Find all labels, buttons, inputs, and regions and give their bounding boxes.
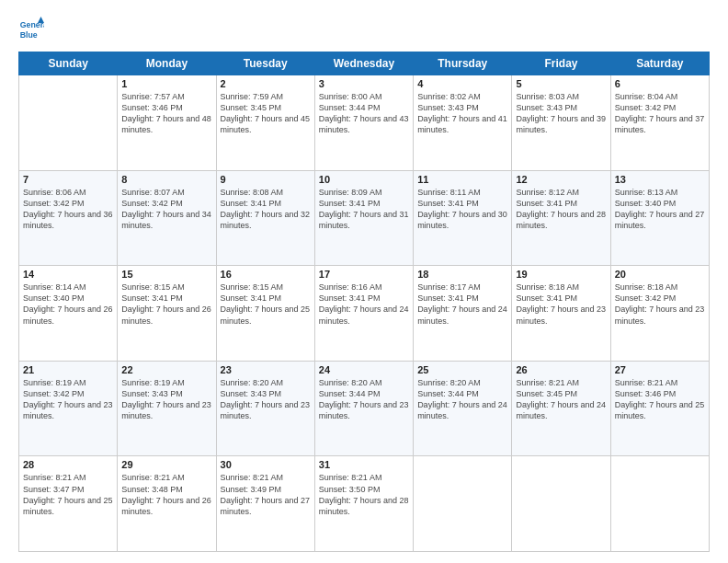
weekday-header: Sunday: [19, 52, 118, 75]
cell-info: Sunrise: 8:04 AMSunset: 3:42 PMDaylight:…: [615, 91, 705, 136]
day-number: 28: [23, 459, 113, 470]
cell-info: Sunrise: 8:21 AMSunset: 3:48 PMDaylight:…: [121, 472, 211, 517]
day-number: 2: [221, 78, 311, 89]
cell-info: Sunrise: 7:59 AMSunset: 3:45 PMDaylight:…: [221, 91, 311, 136]
cell-info: Sunrise: 8:20 AMSunset: 3:44 PMDaylight:…: [319, 377, 409, 422]
day-number: 16: [221, 269, 311, 280]
day-number: 12: [516, 174, 606, 185]
cell-info: Sunrise: 8:17 AMSunset: 3:41 PMDaylight:…: [417, 282, 507, 327]
calendar-cell: 7Sunrise: 8:06 AMSunset: 3:42 PMDaylight…: [19, 170, 118, 266]
svg-text:Blue: Blue: [20, 30, 38, 40]
day-number: 13: [615, 174, 705, 185]
cell-info: Sunrise: 8:19 AMSunset: 3:43 PMDaylight:…: [121, 377, 211, 422]
calendar-cell: 29Sunrise: 8:21 AMSunset: 3:48 PMDayligh…: [118, 456, 216, 552]
calendar-cell: [512, 456, 610, 552]
calendar-cell: 17Sunrise: 8:16 AMSunset: 3:41 PMDayligh…: [314, 266, 413, 362]
day-number: 15: [121, 269, 211, 280]
day-number: 3: [319, 78, 409, 89]
day-number: 7: [23, 174, 113, 185]
calendar-cell: 12Sunrise: 8:12 AMSunset: 3:41 PMDayligh…: [512, 170, 610, 266]
cell-info: Sunrise: 8:03 AMSunset: 3:43 PMDaylight:…: [516, 91, 606, 136]
calendar-cell: 26Sunrise: 8:21 AMSunset: 3:45 PMDayligh…: [512, 361, 610, 456]
cell-info: Sunrise: 8:21 AMSunset: 3:50 PMDaylight:…: [319, 472, 409, 517]
calendar-cell: 31Sunrise: 8:21 AMSunset: 3:50 PMDayligh…: [314, 456, 413, 552]
cell-info: Sunrise: 8:21 AMSunset: 3:47 PMDaylight:…: [23, 472, 113, 517]
cell-info: Sunrise: 8:07 AMSunset: 3:42 PMDaylight:…: [121, 187, 211, 232]
weekday-header: Thursday: [414, 52, 512, 75]
day-number: 21: [23, 364, 113, 375]
cell-info: Sunrise: 8:20 AMSunset: 3:44 PMDaylight:…: [417, 377, 507, 422]
day-number: 30: [221, 459, 311, 470]
cell-info: Sunrise: 8:19 AMSunset: 3:42 PMDaylight:…: [23, 377, 113, 422]
cell-info: Sunrise: 8:12 AMSunset: 3:41 PMDaylight:…: [516, 187, 606, 232]
calendar-cell: 19Sunrise: 8:18 AMSunset: 3:41 PMDayligh…: [512, 266, 610, 362]
day-number: 29: [121, 459, 211, 470]
calendar-cell: 24Sunrise: 8:20 AMSunset: 3:44 PMDayligh…: [314, 361, 413, 456]
day-number: 5: [516, 78, 606, 89]
day-number: 1: [121, 78, 211, 89]
cell-info: Sunrise: 8:13 AMSunset: 3:40 PMDaylight:…: [615, 187, 705, 232]
calendar-cell: 11Sunrise: 8:11 AMSunset: 3:41 PMDayligh…: [414, 170, 512, 266]
calendar-cell: 4Sunrise: 8:02 AMSunset: 3:43 PMDaylight…: [414, 75, 512, 171]
calendar-cell: 30Sunrise: 8:21 AMSunset: 3:49 PMDayligh…: [216, 456, 314, 552]
calendar-cell: 21Sunrise: 8:19 AMSunset: 3:42 PMDayligh…: [19, 361, 118, 456]
day-number: 4: [417, 78, 507, 89]
cell-info: Sunrise: 8:08 AMSunset: 3:41 PMDaylight:…: [221, 187, 311, 232]
day-number: 18: [417, 269, 507, 280]
calendar-cell: 13Sunrise: 8:13 AMSunset: 3:40 PMDayligh…: [610, 170, 709, 266]
weekday-header: Wednesday: [314, 52, 413, 75]
calendar-cell: 10Sunrise: 8:09 AMSunset: 3:41 PMDayligh…: [314, 170, 413, 266]
cell-info: Sunrise: 8:15 AMSunset: 3:41 PMDaylight:…: [121, 282, 211, 327]
calendar-cell: 18Sunrise: 8:17 AMSunset: 3:41 PMDayligh…: [414, 266, 512, 362]
calendar-cell: 8Sunrise: 8:07 AMSunset: 3:42 PMDaylight…: [118, 170, 216, 266]
day-number: 17: [319, 269, 409, 280]
day-number: 14: [23, 269, 113, 280]
day-number: 10: [319, 174, 409, 185]
calendar-cell: 2Sunrise: 7:59 AMSunset: 3:45 PMDaylight…: [216, 75, 314, 171]
calendar-cell: [19, 75, 118, 171]
cell-info: Sunrise: 8:21 AMSunset: 3:46 PMDaylight:…: [615, 377, 705, 422]
calendar-cell: 5Sunrise: 8:03 AMSunset: 3:43 PMDaylight…: [512, 75, 610, 171]
day-number: 9: [221, 174, 311, 185]
cell-info: Sunrise: 8:21 AMSunset: 3:49 PMDaylight:…: [221, 472, 311, 517]
day-number: 22: [121, 364, 211, 375]
calendar-cell: 9Sunrise: 8:08 AMSunset: 3:41 PMDaylight…: [216, 170, 314, 266]
calendar-table: SundayMondayTuesdayWednesdayThursdayFrid…: [18, 52, 710, 552]
day-number: 19: [516, 269, 606, 280]
cell-info: Sunrise: 7:57 AMSunset: 3:46 PMDaylight:…: [121, 91, 211, 136]
day-number: 31: [319, 459, 409, 470]
calendar-cell: [414, 456, 512, 552]
weekday-header: Monday: [118, 52, 216, 75]
calendar-cell: 25Sunrise: 8:20 AMSunset: 3:44 PMDayligh…: [414, 361, 512, 456]
cell-info: Sunrise: 8:09 AMSunset: 3:41 PMDaylight:…: [319, 187, 409, 232]
cell-info: Sunrise: 8:16 AMSunset: 3:41 PMDaylight:…: [319, 282, 409, 327]
day-number: 25: [417, 364, 507, 375]
calendar-cell: 3Sunrise: 8:00 AMSunset: 3:44 PMDaylight…: [314, 75, 413, 171]
calendar-cell: 15Sunrise: 8:15 AMSunset: 3:41 PMDayligh…: [118, 266, 216, 362]
weekday-header: Tuesday: [216, 52, 314, 75]
day-number: 6: [615, 78, 705, 89]
day-number: 8: [121, 174, 211, 185]
cell-info: Sunrise: 8:14 AMSunset: 3:40 PMDaylight:…: [23, 282, 113, 327]
cell-info: Sunrise: 8:02 AMSunset: 3:43 PMDaylight:…: [417, 91, 507, 136]
cell-info: Sunrise: 8:06 AMSunset: 3:42 PMDaylight:…: [23, 187, 113, 232]
calendar-cell: 1Sunrise: 7:57 AMSunset: 3:46 PMDaylight…: [118, 75, 216, 171]
weekday-header: Saturday: [610, 52, 709, 75]
day-number: 26: [516, 364, 606, 375]
calendar-cell: 14Sunrise: 8:14 AMSunset: 3:40 PMDayligh…: [19, 266, 118, 362]
day-number: 27: [615, 364, 705, 375]
cell-info: Sunrise: 8:11 AMSunset: 3:41 PMDaylight:…: [417, 187, 507, 232]
calendar-cell: 27Sunrise: 8:21 AMSunset: 3:46 PMDayligh…: [610, 361, 709, 456]
calendar-cell: 20Sunrise: 8:18 AMSunset: 3:42 PMDayligh…: [610, 266, 709, 362]
header: General Blue: [18, 17, 710, 42]
cell-info: Sunrise: 8:18 AMSunset: 3:42 PMDaylight:…: [615, 282, 705, 327]
weekday-header: Friday: [512, 52, 610, 75]
calendar-cell: 6Sunrise: 8:04 AMSunset: 3:42 PMDaylight…: [610, 75, 709, 171]
cell-info: Sunrise: 8:21 AMSunset: 3:45 PMDaylight:…: [516, 377, 606, 422]
calendar-cell: 16Sunrise: 8:15 AMSunset: 3:41 PMDayligh…: [216, 266, 314, 362]
page: General Blue SundayMondayTuesdayWednesda…: [0, 0, 728, 563]
day-number: 24: [319, 364, 409, 375]
logo: General Blue: [18, 17, 48, 42]
calendar-cell: 28Sunrise: 8:21 AMSunset: 3:47 PMDayligh…: [19, 456, 118, 552]
day-number: 11: [417, 174, 507, 185]
